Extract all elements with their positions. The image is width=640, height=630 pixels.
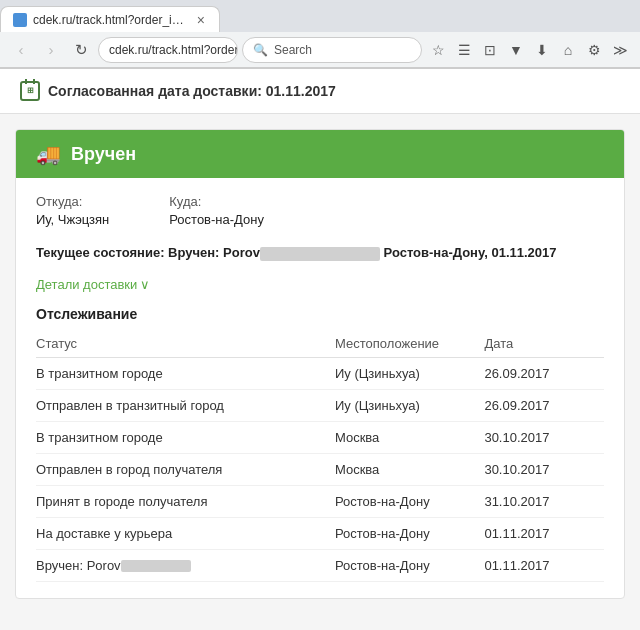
cell-date: 26.09.2017 — [484, 357, 604, 389]
back-button[interactable]: ‹ — [8, 37, 34, 63]
cell-location: Москва — [335, 421, 484, 453]
table-row: На доставке у курьераРостов-на-Дону01.11… — [36, 517, 604, 549]
table-row: В транзитном городеМосква30.10.2017 — [36, 421, 604, 453]
browser-chrome: cdek.ru/track.html?order_id=Z... × ‹ › ↻… — [0, 0, 640, 69]
tab-favicon — [13, 13, 27, 27]
cell-status: Принят в городе получателя — [36, 485, 335, 517]
table-row: Отправлен в транзитный городИу (Цзиньхуа… — [36, 389, 604, 421]
tracking-table: Статус Местоположение Дата В транзитном … — [36, 330, 604, 582]
redacted-name — [260, 247, 380, 261]
table-row: Вручен: PorovРостов-на-Дону01.11.2017 — [36, 549, 604, 581]
cell-location: Иу (Цзиньхуа) — [335, 389, 484, 421]
cell-date: 31.10.2017 — [484, 485, 604, 517]
cell-location: Ростов-на-Дону — [335, 549, 484, 581]
table-row: В транзитном городеИу (Цзиньхуа)26.09.20… — [36, 357, 604, 389]
from-label: Откуда: — [36, 194, 109, 209]
card-status-title: Вручен — [71, 144, 136, 165]
from-value: Иу, Чжэцзян — [36, 212, 109, 227]
cell-location: Ростов-на-Дону — [335, 485, 484, 517]
delivery-date-bar: ⊞ Согласованная дата доставки: 01.11.201… — [0, 69, 640, 114]
search-icon: 🔍 — [253, 43, 268, 57]
cell-status: В транзитном городе — [36, 421, 335, 453]
refresh-button[interactable]: ↻ — [68, 37, 94, 63]
from-to-row: Откуда: Иу, Чжэцзян Куда: Ростов-на-Дону — [36, 194, 604, 227]
cell-location: Иу (Цзиньхуа) — [335, 357, 484, 389]
card-header: 🚚 Вручен — [16, 130, 624, 178]
cell-date: 26.09.2017 — [484, 389, 604, 421]
header-date: Дата — [484, 330, 604, 358]
tracking-table-header: Статус Местоположение Дата — [36, 330, 604, 358]
tracking-title: Отслеживание — [36, 306, 604, 322]
details-link-text: Детали доставки — [36, 277, 137, 292]
address-bar[interactable]: cdek.ru/track.html?order_id=Z... — [98, 37, 238, 63]
main-card: 🚚 Вручен Откуда: Иу, Чжэцзян Куда: Росто… — [15, 129, 625, 599]
cell-date: 30.10.2017 — [484, 453, 604, 485]
calendar-icon: ⊞ — [20, 81, 40, 101]
current-status-suffix: Ростов-на-Дону, 01.11.2017 — [384, 245, 557, 260]
tab-bar: cdek.ru/track.html?order_id=Z... × — [0, 0, 640, 32]
navigation-bar: ‹ › ↻ cdek.ru/track.html?order_id=Z... 🔍… — [0, 32, 640, 68]
cell-status: Отправлен в транзитный город — [36, 389, 335, 421]
to-col: Куда: Ростов-на-Дону — [169, 194, 264, 227]
search-box[interactable]: 🔍 Search — [242, 37, 422, 63]
cell-status: В транзитном городе — [36, 357, 335, 389]
cell-location: Москва — [335, 453, 484, 485]
details-link[interactable]: Детали доставки ∨ — [36, 277, 150, 292]
cell-location: Ростов-на-Дону — [335, 517, 484, 549]
download-icon[interactable]: ⬇ — [530, 38, 554, 62]
redacted-block — [121, 560, 191, 572]
toolbar-icons: ☆ ☰ ⊡ ▼ ⬇ ⌂ ⚙ ≫ — [426, 38, 632, 62]
cell-status: Вручен: Porov — [36, 549, 335, 581]
status-text-partial: Вручен: Porov — [36, 558, 121, 573]
settings-icon[interactable]: ⚙ — [582, 38, 606, 62]
current-status-prefix: Текущее состояние: Вручен: Porov — [36, 245, 260, 260]
shield-icon[interactable]: ⊡ — [478, 38, 502, 62]
cell-status: На доставке у курьера — [36, 517, 335, 549]
active-tab[interactable]: cdek.ru/track.html?order_id=Z... × — [0, 6, 220, 32]
from-col: Откуда: Иу, Чжэцзян — [36, 194, 109, 227]
tracking-tbody: В транзитном городеИу (Цзиньхуа)26.09.20… — [36, 357, 604, 581]
cell-date: 01.11.2017 — [484, 517, 604, 549]
home-icon[interactable]: ⌂ — [556, 38, 580, 62]
tracking-section: Отслеживание Статус Местоположение Дата … — [36, 306, 604, 582]
cell-date: 01.11.2017 — [484, 549, 604, 581]
bookmark-list-icon[interactable]: ☰ — [452, 38, 476, 62]
delivery-date-text: Согласованная дата доставки: 01.11.2017 — [48, 83, 336, 99]
to-label: Куда: — [169, 194, 264, 209]
to-value: Ростов-на-Дону — [169, 212, 264, 227]
table-row: Отправлен в город получателяМосква30.10.… — [36, 453, 604, 485]
tab-close-button[interactable]: × — [195, 12, 207, 28]
table-row: Принят в городе получателяРостов-на-Дону… — [36, 485, 604, 517]
cell-date: 30.10.2017 — [484, 421, 604, 453]
menu-icon[interactable]: ≫ — [608, 38, 632, 62]
sync-icon[interactable]: ▼ — [504, 38, 528, 62]
bookmark-icon[interactable]: ☆ — [426, 38, 450, 62]
chevron-down-icon: ∨ — [140, 277, 150, 292]
cell-status: Отправлен в город получателя — [36, 453, 335, 485]
header-location: Местоположение — [335, 330, 484, 358]
truck-icon: 🚚 — [36, 142, 61, 166]
header-status: Статус — [36, 330, 335, 358]
forward-button[interactable]: › — [38, 37, 64, 63]
current-status: Текущее состояние: Вручен: Porov Ростов-… — [36, 243, 604, 263]
page-content: ⊞ Согласованная дата доставки: 01.11.201… — [0, 69, 640, 630]
tab-title: cdek.ru/track.html?order_id=Z... — [33, 13, 189, 27]
card-body: Откуда: Иу, Чжэцзян Куда: Ростов-на-Дону… — [16, 178, 624, 598]
